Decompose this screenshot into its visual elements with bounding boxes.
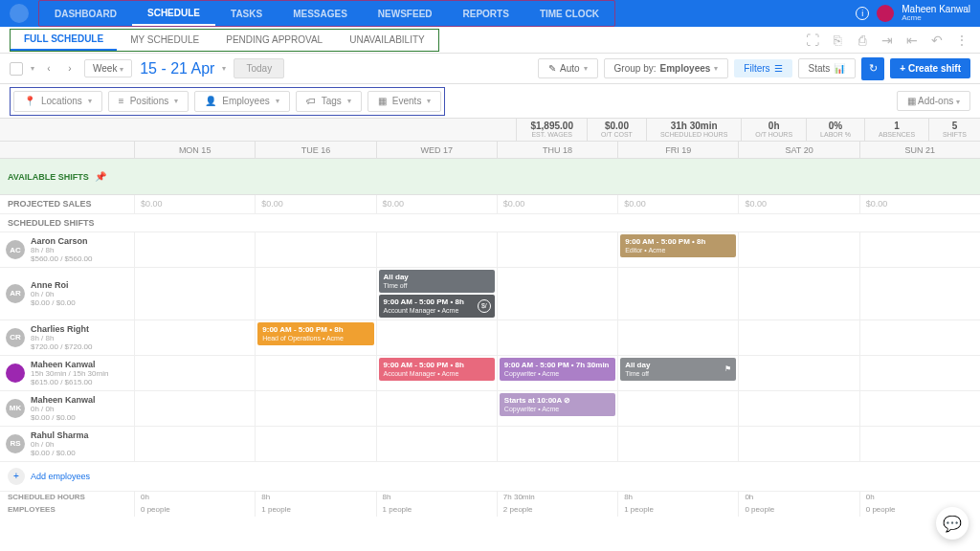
projected-cell[interactable]: $0.00: [376, 195, 497, 213]
import-icon[interactable]: ⇤: [903, 32, 921, 49]
projected-cell[interactable]: $0.00: [255, 195, 375, 213]
shift-cell[interactable]: [255, 427, 375, 461]
shift-card[interactable]: 9:00 AM - 5:00 PM • 8hAccount Manager • …: [379, 358, 495, 381]
nav-tab-schedule[interactable]: SCHEDULE: [132, 1, 215, 26]
addons-dropdown[interactable]: ▦ Add-ons ▾: [897, 91, 970, 111]
pin-icon[interactable]: 📌: [95, 171, 106, 182]
shift-cell[interactable]: [134, 427, 255, 461]
date-range[interactable]: 15 - 21 Apr: [140, 60, 214, 77]
events-filter[interactable]: ▦ Events ▾: [368, 91, 442, 112]
shift-cell[interactable]: All dayTime off⚑: [617, 356, 738, 390]
employee-info[interactable]: ARAnne Roi0h / 0h$0.00 / $0.00: [0, 268, 134, 320]
shift-cell[interactable]: [134, 232, 255, 267]
user-avatar[interactable]: [877, 5, 894, 22]
nav-tab-dashboard[interactable]: DASHBOARD: [39, 1, 132, 26]
shift-cell[interactable]: [738, 356, 858, 390]
shift-cell[interactable]: All dayTime off9:00 AM - 5:00 PM • 8hAcc…: [376, 268, 497, 320]
shift-cell[interactable]: [617, 320, 738, 355]
chat-bubble-icon[interactable]: 💬: [936, 507, 969, 540]
projected-cell[interactable]: $0.00: [859, 195, 980, 213]
shift-cell[interactable]: [859, 427, 980, 461]
create-shift-button[interactable]: + Create shift: [890, 58, 970, 78]
copy-icon[interactable]: ⎘: [829, 32, 846, 49]
shift-card[interactable]: 9:00 AM - 5:00 PM • 8hEditor • Acme: [620, 234, 736, 257]
add-employees-row[interactable]: + Add employees: [0, 462, 980, 492]
projected-cell[interactable]: $0.00: [738, 195, 858, 213]
shift-card[interactable]: 9:00 AM - 5:00 PM • 7h 30minCopywriter •…: [500, 358, 615, 381]
shift-cell[interactable]: [617, 427, 738, 461]
shift-cell[interactable]: [255, 391, 375, 426]
subtab-full-schedule[interactable]: FULL SCHEDULE: [11, 30, 117, 51]
shift-cell[interactable]: [134, 268, 255, 320]
view-range-dropdown[interactable]: Week ▾: [84, 59, 132, 77]
shift-cell[interactable]: [738, 391, 858, 426]
nav-tab-newsfeed[interactable]: NEWSFEED: [363, 1, 448, 26]
locations-filter[interactable]: 📍 Locations ▾: [13, 91, 102, 112]
subtab-my-schedule[interactable]: MY SCHEDULE: [117, 30, 212, 51]
projected-cell[interactable]: $0.00: [617, 195, 738, 213]
shift-card[interactable]: Starts at 10:00A ⊘Copywriter • Acme: [500, 393, 615, 416]
employee-info[interactable]: Maheen Kanwal15h 30min / 15h 30min$615.0…: [0, 356, 134, 390]
nav-tab-time clock[interactable]: TIME CLOCK: [524, 1, 614, 26]
shift-cell[interactable]: [497, 427, 617, 461]
shift-card[interactable]: All dayTime off: [379, 270, 495, 293]
shift-cell[interactable]: [859, 232, 980, 267]
subtab-unavailability[interactable]: UNAVAILABILITY: [336, 30, 438, 51]
shift-cell[interactable]: [738, 268, 858, 320]
positions-filter[interactable]: ≡ Positions ▾: [108, 91, 189, 112]
shift-cell[interactable]: [859, 320, 980, 355]
nav-tab-tasks[interactable]: TASKS: [215, 1, 278, 26]
info-icon[interactable]: i: [856, 7, 869, 20]
shift-cell[interactable]: [134, 356, 255, 390]
projected-cell[interactable]: $0.00: [497, 195, 617, 213]
shift-cell[interactable]: [255, 232, 375, 267]
prev-week-button[interactable]: ‹: [42, 59, 56, 78]
filters-button[interactable]: Filters ☰: [734, 59, 791, 77]
employees-filter[interactable]: 👤 Employees ▾: [194, 91, 289, 112]
export-icon[interactable]: ⇥: [879, 32, 896, 49]
nav-tab-messages[interactable]: MESSAGES: [278, 1, 363, 26]
shift-cell[interactable]: [255, 268, 375, 320]
shift-cell[interactable]: [497, 320, 617, 355]
shift-card[interactable]: 9:00 AM - 5:00 PM • 8hAccount Manager • …: [379, 295, 495, 318]
shift-cell[interactable]: [376, 232, 497, 267]
shift-cell[interactable]: [738, 320, 858, 355]
shift-cell[interactable]: [859, 391, 980, 426]
expand-icon[interactable]: ⛶: [804, 32, 821, 49]
shift-cell[interactable]: 9:00 AM - 5:00 PM • 8hEditor • Acme: [617, 232, 738, 267]
refresh-button[interactable]: ↻: [861, 57, 884, 80]
next-week-button[interactable]: ›: [63, 59, 77, 78]
shift-cell[interactable]: [617, 391, 738, 426]
shift-cell[interactable]: 9:00 AM - 5:00 PM • 8hHead of Operations…: [255, 320, 375, 355]
shift-cell[interactable]: [376, 391, 497, 426]
stats-button[interactable]: Stats 📊: [798, 58, 857, 78]
shift-card[interactable]: 9:00 AM - 5:00 PM • 8hHead of Operations…: [257, 322, 373, 345]
shift-cell[interactable]: [617, 268, 738, 320]
undo-icon[interactable]: ↶: [928, 32, 946, 49]
more-icon[interactable]: ⋮: [953, 32, 970, 49]
employee-info[interactable]: CRCharlies Right8h / 8h$720.00 / $720.00: [0, 320, 134, 355]
employee-info[interactable]: ACAaron Carson8h / 8h$560.00 / $560.00: [0, 232, 134, 267]
shift-cell[interactable]: [134, 391, 255, 426]
shift-cell[interactable]: [134, 320, 255, 355]
shift-cell[interactable]: [376, 427, 497, 461]
nav-tab-reports[interactable]: REPORTS: [448, 1, 524, 26]
shift-cell[interactable]: [738, 427, 858, 461]
date-caret[interactable]: ▾: [222, 64, 226, 73]
shift-cell[interactable]: [376, 320, 497, 355]
employee-info[interactable]: MKMaheen Kanwal0h / 0h$0.00 / $0.00: [0, 391, 134, 426]
projected-cell[interactable]: $0.00: [134, 195, 255, 213]
shift-cell[interactable]: [859, 268, 980, 320]
group-by-dropdown[interactable]: Group by: Employees ▾: [604, 58, 729, 78]
shift-cell[interactable]: [497, 232, 617, 267]
app-logo[interactable]: [10, 4, 29, 23]
shift-cell[interactable]: 9:00 AM - 5:00 PM • 7h 30minCopywriter •…: [497, 356, 617, 390]
shift-cell[interactable]: [255, 356, 375, 390]
shift-cell[interactable]: [497, 268, 617, 320]
select-caret[interactable]: ▾: [31, 64, 34, 73]
subtab-pending-approval[interactable]: PENDING APPROVAL: [212, 30, 336, 51]
today-button[interactable]: Today: [234, 58, 284, 78]
shift-cell[interactable]: Starts at 10:00A ⊘Copywriter • Acme: [497, 391, 617, 426]
auto-dropdown[interactable]: ✎ Auto ▾: [538, 58, 598, 78]
tags-filter[interactable]: 🏷 Tags ▾: [296, 91, 362, 112]
